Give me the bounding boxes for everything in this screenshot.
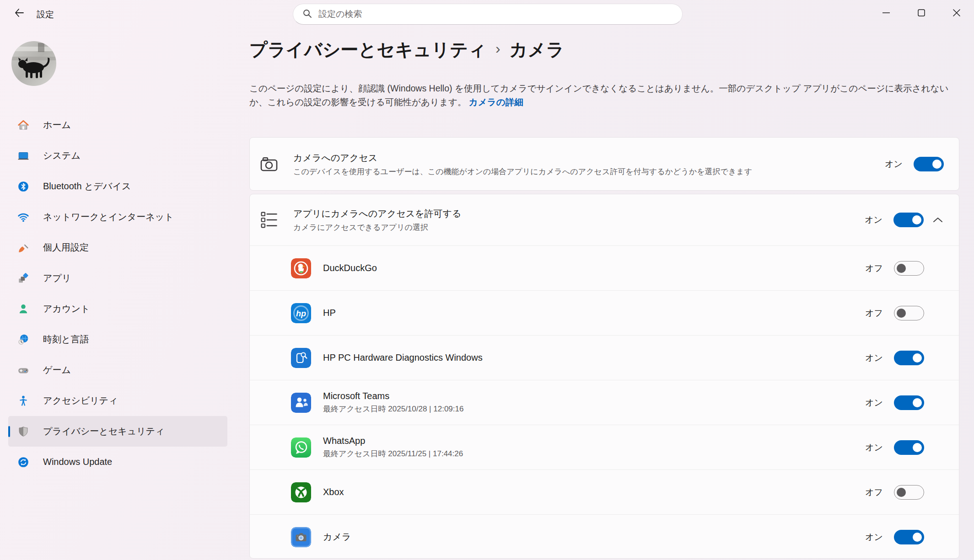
duckduckgo-icon — [291, 258, 311, 278]
sidebar-item-label: Windows Update — [43, 457, 112, 467]
app-access-toggle[interactable] — [893, 213, 924, 227]
sidebar-item-accounts[interactable]: アカウント — [8, 293, 227, 324]
sidebar-item-gaming[interactable]: ゲーム — [8, 355, 227, 385]
app-toggle-xbox[interactable] — [894, 485, 924, 500]
apps-icon — [17, 272, 29, 284]
breadcrumb-separator-icon: › — [495, 40, 500, 60]
clock-globe-icon — [17, 334, 29, 346]
maximize-button[interactable] — [904, 0, 939, 27]
toggle-state-label: オン — [865, 214, 883, 226]
svg-text:hp: hp — [296, 309, 306, 318]
toggle-knob — [912, 215, 921, 224]
close-button[interactable] — [939, 0, 974, 27]
app-name: HP — [323, 308, 336, 318]
setting-subtitle: カメラにアクセスできるアプリの選択 — [293, 222, 462, 233]
close-icon — [952, 8, 962, 20]
sidebar-item-label: 個人用設定 — [43, 241, 89, 254]
setting-title: アプリにカメラへのアクセスを許可する — [293, 208, 462, 220]
app-toggle-duckduckgo[interactable] — [894, 261, 924, 276]
toggle-state-label: オン — [885, 158, 903, 170]
camera-outline-icon — [260, 156, 278, 172]
toggle-knob — [897, 264, 906, 273]
sidebar-item-label: ホーム — [43, 119, 71, 131]
sidebar-item-bluetooth-devices[interactable]: Bluetooth とデバイス — [8, 171, 227, 202]
toggle-state-label: オフ — [865, 262, 883, 274]
toggle-knob — [913, 398, 922, 407]
toggle-state-label: オン — [865, 397, 883, 409]
sidebar-item-network-internet[interactable]: ネットワークとインターネット — [8, 202, 227, 232]
window-controls — [868, 0, 974, 27]
sidebar-item-label: プライバシーとセキュリティ — [43, 425, 165, 437]
home-icon — [17, 119, 29, 131]
sidebar-item-system[interactable]: システム — [8, 140, 227, 171]
toggle-knob — [897, 309, 906, 318]
app-row: Xbox オフ — [250, 469, 959, 514]
app-row: DuckDuckGo オフ — [250, 245, 959, 290]
sidebar-item-apps[interactable]: アプリ — [8, 263, 227, 293]
app-row: カメラ オン — [250, 514, 959, 559]
camera-access-toggle[interactable] — [914, 157, 944, 171]
xbox-icon — [291, 482, 311, 502]
breadcrumb: プライバシーとセキュリティ › カメラ — [249, 37, 564, 62]
app-toggle-teams[interactable] — [894, 395, 924, 410]
app-name: HP PC Hardware Diagnostics Windows — [323, 352, 483, 363]
camera-details-link[interactable]: カメラの詳細 — [469, 97, 523, 107]
sidebar-item-label: Bluetooth とデバイス — [43, 180, 131, 192]
hp-icon: hp — [291, 303, 311, 323]
breadcrumb-parent[interactable]: プライバシーとセキュリティ — [249, 37, 486, 62]
toggle-knob — [913, 353, 922, 363]
app-access-header-row[interactable]: アプリにカメラへのアクセスを許可する カメラにアクセスできるアプリの選択 オン — [250, 194, 959, 245]
toggle-knob — [932, 160, 942, 169]
toggle-knob — [897, 488, 906, 497]
person-icon — [17, 303, 29, 315]
sidebar-item-label: アプリ — [43, 272, 71, 284]
camera-access-text: カメラへのアクセス このデバイスを使用するユーザーは、この機能がオンの場合アプリ… — [293, 152, 752, 177]
app-toggle-hp-diagnostics[interactable] — [894, 351, 924, 365]
app-toggle-camera[interactable] — [894, 530, 924, 544]
sidebar-nav: ホーム システム Bluetooth とデバイス ネットワークとインターネット — [0, 110, 238, 477]
toggle-state-label: オン — [865, 352, 883, 364]
titlebar: 設定 — [0, 0, 974, 27]
search-icon — [302, 9, 312, 20]
minimize-button[interactable] — [868, 0, 904, 27]
sidebar-item-accessibility[interactable]: アクセシビリティ — [8, 385, 227, 416]
sidebar-item-label: システム — [43, 149, 81, 162]
breadcrumb-current: カメラ — [510, 37, 565, 62]
app-access-text: アプリにカメラへのアクセスを許可する カメラにアクセスできるアプリの選択 — [293, 208, 462, 233]
main-content: プライバシーとセキュリティ › カメラ このページの設定により、顔認識 (Win… — [249, 27, 959, 560]
sidebar-item-label: 時刻と言語 — [43, 333, 89, 346]
toggle-state-label: オフ — [865, 307, 883, 319]
page-description: このページの設定により、顔認識 (Windows Hello) を使用してカメラ… — [249, 81, 961, 109]
sidebar-item-home[interactable]: ホーム — [8, 110, 227, 140]
sidebar-item-windows-update[interactable]: Windows Update — [8, 447, 227, 477]
sidebar: ホーム システム Bluetooth とデバイス ネットワークとインターネット — [0, 27, 238, 560]
system-icon — [17, 150, 29, 162]
app-toggle-hp[interactable] — [894, 306, 924, 320]
toggle-state-label: オフ — [865, 486, 883, 498]
sidebar-item-label: ゲーム — [43, 364, 71, 376]
sidebar-item-privacy-security[interactable]: プライバシーとセキュリティ — [8, 416, 227, 447]
whatsapp-icon — [291, 437, 311, 458]
camera-access-row: カメラへのアクセス このデバイスを使用するユーザーは、この機能がオンの場合アプリ… — [250, 138, 959, 191]
hp-diagnostics-icon — [291, 348, 311, 368]
back-button[interactable] — [10, 5, 28, 22]
chevron-up-icon — [932, 217, 944, 223]
user-avatar[interactable] — [11, 41, 56, 86]
search-input[interactable] — [318, 9, 674, 19]
minimize-icon — [881, 8, 891, 20]
accessibility-person-icon — [17, 395, 29, 407]
sidebar-item-personalization[interactable]: 個人用設定 — [8, 232, 227, 263]
app-last-access: 最終アクセス日時 2025/11/25 | 17:44:26 — [323, 448, 463, 459]
app-toggle-whatsapp[interactable] — [894, 440, 924, 455]
app-list-icon — [260, 212, 278, 228]
search-box[interactable] — [293, 4, 683, 25]
sidebar-item-time-language[interactable]: 時刻と言語 — [8, 324, 227, 355]
sidebar-item-label: ネットワークとインターネット — [43, 211, 174, 223]
app-name: DuckDuckGo — [323, 263, 377, 273]
app-last-access: 最終アクセス日時 2025/10/28 | 12:09:16 — [323, 404, 463, 414]
toggle-state-label: オン — [865, 531, 883, 543]
setting-subtitle: このデバイスを使用するユーザーは、この機能がオンの場合アプリにカメラへのアクセス… — [293, 166, 752, 177]
toggle-knob — [913, 443, 922, 452]
window-title: 設定 — [37, 9, 54, 21]
app-row: WhatsApp 最終アクセス日時 2025/11/25 | 17:44:26 … — [250, 425, 959, 469]
